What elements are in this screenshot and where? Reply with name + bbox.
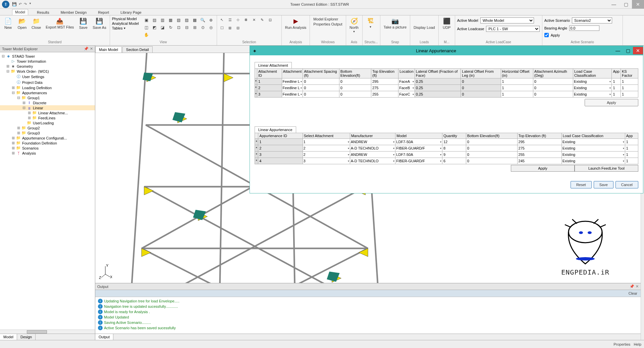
view-tool-icon[interactable]: ▦ xyxy=(167,17,174,23)
dialog-close-button[interactable]: ✕ xyxy=(633,47,643,54)
sel-tool-icon[interactable]: ☐ xyxy=(219,25,225,31)
sel-tool-icon[interactable]: ⊡ xyxy=(267,17,273,23)
tab-report[interactable]: Report xyxy=(95,10,112,15)
view-tool-icon[interactable]: ▩ xyxy=(191,17,199,23)
zoom-fit-icon[interactable]: ⊙ xyxy=(199,24,207,31)
view-tool-icon[interactable]: ◪ xyxy=(159,24,166,31)
save-button[interactable]: 💾Save xyxy=(77,17,89,30)
linear-attachment-tab[interactable]: Linear Attachment xyxy=(255,62,292,68)
active-scenario-dropdown[interactable]: Scenario2 xyxy=(572,17,612,23)
physical-model-button[interactable]: Physical Model xyxy=(112,17,139,21)
sel-tool-icon[interactable]: ✎ xyxy=(259,17,265,23)
apply-appurtenance-button[interactable]: Apply xyxy=(511,165,575,172)
qat-undo-icon[interactable]: ↶ xyxy=(19,2,22,6)
dialog-minimize-button[interactable]: — xyxy=(613,47,623,54)
column-header[interactable]: Model xyxy=(395,133,442,139)
apply-checkbox[interactable] xyxy=(544,33,549,37)
analytical-model-button[interactable]: Analytical Model xyxy=(112,21,139,25)
column-header[interactable]: Bottom Elevation(ft) xyxy=(466,133,517,139)
output-pin-icon[interactable]: 📌 xyxy=(630,284,634,289)
column-header[interactable]: Attachment Azimuth (Deg) xyxy=(533,69,573,78)
minimize-button[interactable]: — xyxy=(608,0,620,9)
tab-main-model[interactable]: Main Model xyxy=(95,46,122,53)
tree-root[interactable]: ⊟◈STAAD Tower xyxy=(0,54,95,59)
properties-output-button[interactable]: Properties Output xyxy=(312,22,343,26)
column-header[interactable]: Quantity xyxy=(442,133,466,139)
output-tab[interactable]: Output xyxy=(95,334,113,340)
new-button[interactable]: 📄New xyxy=(2,17,14,30)
tree-userloading[interactable]: 📁UserLoading xyxy=(0,120,95,125)
close-button[interactable]: ✕ xyxy=(632,0,644,9)
view-tool-icon[interactable]: ◩ xyxy=(151,24,158,31)
tree-work-order[interactable]: ⊟📁Work Order- (WO1) xyxy=(0,69,95,74)
close-file-button[interactable]: 📁Close xyxy=(30,17,42,30)
view-tool-icon[interactable]: ⊡ xyxy=(175,24,182,31)
close-panel-icon[interactable]: ✕ xyxy=(90,47,93,51)
view-tool-icon[interactable]: ▥ xyxy=(159,17,166,23)
linear-appurtenance-table[interactable]: Appurtenance IDSelect AttachmentManufact… xyxy=(255,133,638,164)
tree-appurtenances[interactable]: ⊟📁Appurtenances xyxy=(0,90,95,95)
struct-button[interactable]: 🏗▼ xyxy=(365,17,377,29)
sel-tool-icon[interactable]: ⊟ xyxy=(235,25,241,31)
tree-linear[interactable]: ⊟⫼Linear xyxy=(0,105,95,110)
linear-appurtenance-tab[interactable]: Linear Appurtenance xyxy=(255,126,296,133)
column-header[interactable]: KS Factor xyxy=(621,69,638,78)
sel-tool-icon[interactable]: ☰ xyxy=(227,17,233,23)
column-header[interactable]: App xyxy=(612,69,621,78)
hscrollbar-thumb[interactable] xyxy=(27,330,47,334)
display-load-button[interactable]: Display Load xyxy=(412,17,436,30)
tree-scenarios[interactable]: ⊞📁Scenarios xyxy=(0,146,95,151)
column-header[interactable]: Top Elevation (ft) xyxy=(371,69,398,78)
column-header[interactable]: Select Attachment xyxy=(303,133,350,139)
model-explorer-button[interactable]: Model Explorer xyxy=(312,17,343,21)
take-picture-button[interactable]: 📷Take a picture xyxy=(382,17,408,30)
qat-redo-icon[interactable]: ↷ xyxy=(24,2,27,6)
table-row[interactable]: *1Feedline L▾00295FaceA▾0.25010Existing▾… xyxy=(255,78,638,85)
column-header[interactable] xyxy=(255,69,257,78)
table-row[interactable]: *3Feedline L▾00255FaceC▾0.25010Existing▾… xyxy=(255,91,638,98)
column-header[interactable]: Appurtenance ID xyxy=(258,133,303,139)
zoom-out-icon[interactable]: ⊕ xyxy=(207,17,215,23)
active-model-dropdown[interactable]: Whole Model xyxy=(480,17,534,23)
sel-tool-icon[interactable]: ⵌ xyxy=(243,17,249,23)
maximize-button[interactable]: ▢ xyxy=(620,0,632,9)
column-header[interactable]: Lateral Offset (Fraction of Face) xyxy=(415,69,461,78)
tree-foundation[interactable]: ⊞📁Foundation Definition xyxy=(0,140,95,146)
bearing-angle-input[interactable] xyxy=(569,25,599,31)
clear-button[interactable]: Clear xyxy=(629,291,637,295)
view-tool-icon[interactable]: ▨ xyxy=(183,17,191,23)
tree-group1[interactable]: ⊟📁Group1 xyxy=(0,95,95,100)
pin-icon[interactable]: 📌 xyxy=(84,47,89,51)
tab-section-detail[interactable]: Section Detail xyxy=(122,46,153,53)
status-properties[interactable]: Properties xyxy=(613,342,630,346)
table-row[interactable]: *2Feedline L▾00275FaceB▾0.25010Existing▾… xyxy=(255,85,638,91)
launch-feedline-button[interactable]: Launch FeedLine Tool xyxy=(575,165,638,172)
qat-save-icon[interactable]: 💾 xyxy=(12,2,17,6)
column-header[interactable]: Lateral Offset From Leg (in) xyxy=(461,69,501,78)
tree-linear-attachment[interactable]: ⊞📁Linear Attachme... xyxy=(0,110,95,115)
tree-user-settings[interactable]: ⓘUser Settings xyxy=(0,74,95,79)
sel-tool-icon[interactable]: ✕ xyxy=(251,17,257,23)
reset-button[interactable]: Reset xyxy=(571,181,592,188)
save-as-button[interactable]: 💾Save As xyxy=(91,17,107,30)
explorer-tab-design[interactable]: Design xyxy=(17,334,36,340)
column-header[interactable]: Attachment xyxy=(282,69,303,78)
column-header[interactable] xyxy=(255,133,258,139)
column-header[interactable]: Attachment Spacing (ft) xyxy=(303,69,339,78)
column-header[interactable]: App xyxy=(625,133,638,139)
status-help[interactable]: Help xyxy=(634,342,641,346)
tree-tower-information[interactable]: ▷Tower Information xyxy=(0,59,95,64)
column-header[interactable]: Load Case Classification xyxy=(573,69,611,78)
column-header[interactable]: Top Elevation (ft) xyxy=(517,133,561,139)
cursor-icon[interactable]: ↖ xyxy=(219,17,225,23)
output-close-icon[interactable]: ✕ xyxy=(636,284,639,289)
tables-button[interactable]: Tables xyxy=(112,26,123,30)
view-tool-icon[interactable]: ◫ xyxy=(143,24,150,31)
tree-feedlines[interactable]: ⊞📁FeedLines xyxy=(0,115,95,120)
tree-appurt-config[interactable]: ⊞📁Appurtenance Configurati... xyxy=(0,135,95,140)
active-loadcase-dropdown[interactable]: PLC 1 - SW xyxy=(486,26,540,32)
dialog-save-button[interactable]: Save xyxy=(594,181,613,188)
tab-model[interactable]: Model xyxy=(12,9,28,15)
tree-project-data[interactable]: ⓘProject Data xyxy=(0,79,95,85)
view-tool-icon[interactable]: ▤ xyxy=(151,17,158,23)
